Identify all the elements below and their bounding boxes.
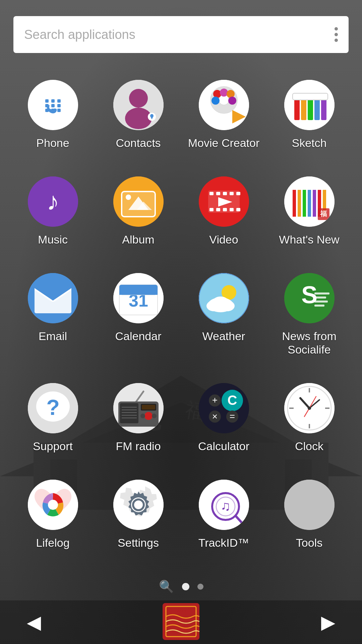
music-icon: ♪	[28, 176, 78, 227]
tools-label: Tools	[296, 536, 322, 550]
recent-apps-button[interactable]: ▶	[321, 611, 335, 633]
app-email[interactable]: Email	[10, 266, 96, 377]
app-calendar[interactable]: 31 Calendar	[96, 266, 181, 377]
app-contacts[interactable]: Contacts	[96, 73, 181, 170]
svg-text:♫: ♫	[221, 498, 231, 513]
svg-rect-91	[314, 297, 326, 299]
app-trackid[interactable]: ♫ TrackID™	[181, 473, 266, 570]
app-whatsnew[interactable]: 福 What's New	[266, 170, 352, 266]
support-label: Support	[33, 439, 73, 453]
svg-rect-16	[57, 109, 61, 112]
whatsnew-label: What's New	[279, 233, 339, 247]
dot3	[335, 39, 338, 42]
search-bar[interactable]: Search applications	[13, 16, 349, 53]
svg-rect-101	[120, 403, 138, 423]
trackid-icon: ♫	[199, 480, 249, 530]
svg-point-28	[227, 90, 235, 98]
svg-point-142	[284, 480, 335, 530]
phone-icon	[28, 80, 78, 130]
svg-rect-54	[209, 208, 214, 211]
back-button[interactable]: ◀	[27, 611, 41, 633]
sketch-label: Sketch	[292, 136, 327, 150]
svg-rect-56	[223, 208, 227, 211]
svg-point-133	[48, 500, 58, 510]
svg-text:C: C	[227, 393, 237, 408]
svg-point-27	[220, 89, 228, 97]
contacts-label: Contacts	[116, 136, 161, 150]
email-label: Email	[39, 329, 67, 343]
app-settings[interactable]: Settings	[96, 473, 181, 570]
dot2	[335, 33, 338, 36]
app-video[interactable]: Video	[181, 170, 266, 266]
app-support[interactable]: ? Support	[10, 376, 96, 473]
svg-text:?: ?	[46, 395, 60, 420]
svg-rect-58	[236, 208, 240, 211]
svg-point-19	[125, 108, 152, 129]
svg-text:♪: ♪	[47, 187, 59, 215]
clock-icon	[284, 383, 335, 433]
clock-label: Clock	[295, 439, 323, 453]
fmradio-icon	[113, 383, 164, 433]
svg-rect-55	[216, 208, 220, 211]
support-icon: ?	[28, 383, 78, 433]
settings-icon	[113, 480, 164, 530]
phone-label: Phone	[36, 136, 69, 150]
video-label: Video	[209, 233, 238, 247]
app-clock[interactable]: Clock	[266, 376, 352, 473]
svg-point-112	[199, 383, 249, 433]
dot1	[335, 27, 338, 31]
app-weather[interactable]: Weather	[181, 266, 266, 377]
svg-text:S: S	[301, 281, 317, 308]
svg-rect-61	[293, 190, 296, 217]
app-socialife[interactable]: S News from Socialife	[266, 266, 352, 377]
app-music[interactable]: ♪ Music	[10, 170, 96, 266]
app-fmradio[interactable]: FM radio	[96, 376, 181, 473]
svg-point-110	[140, 414, 145, 418]
app-calculator[interactable]: C + × = Calculator	[181, 376, 266, 473]
app-tools[interactable]: Tools	[266, 473, 352, 570]
svg-text:×: ×	[212, 411, 217, 422]
home-button[interactable]	[161, 601, 201, 643]
svg-point-29	[228, 97, 236, 105]
overflow-menu-button[interactable]	[335, 27, 338, 42]
page-dot-active	[182, 583, 189, 590]
calendar-icon: 31	[113, 273, 164, 323]
app-phone[interactable]: Phone	[10, 73, 96, 170]
svg-rect-62	[298, 190, 301, 217]
socialife-label: News from Socialife	[270, 329, 349, 357]
svg-rect-52	[230, 192, 234, 195]
svg-rect-64	[308, 190, 311, 217]
svg-rect-12	[51, 104, 55, 107]
search-page-dot: 🔍	[159, 580, 174, 594]
svg-rect-53	[236, 192, 240, 195]
calendar-label: Calendar	[115, 329, 162, 343]
weather-icon	[199, 273, 249, 323]
movie-creator-label: Movie Creator	[188, 136, 260, 150]
svg-point-131	[308, 407, 311, 410]
socialife-icon: S	[284, 273, 335, 323]
app-lifelog[interactable]: Lifelog	[10, 473, 96, 570]
app-sketch[interactable]: Sketch	[266, 73, 352, 170]
sketch-icon	[284, 80, 335, 130]
tools-icon	[284, 480, 335, 530]
svg-point-109	[144, 412, 153, 420]
album-icon	[113, 176, 164, 227]
svg-rect-65	[313, 190, 316, 217]
app-album[interactable]: Album	[96, 170, 181, 266]
svg-point-26	[213, 90, 221, 98]
trackid-label: TrackID™	[198, 536, 249, 550]
page-dot-2	[197, 584, 203, 590]
app-grid: Phone Contacts	[0, 53, 362, 570]
svg-text:31: 31	[129, 291, 148, 310]
page-indicators: 🔍	[0, 570, 362, 600]
svg-rect-49	[209, 192, 214, 195]
app-movie-creator[interactable]: Movie Creator	[181, 73, 266, 170]
svg-rect-93	[314, 305, 324, 307]
svg-rect-8	[45, 99, 49, 103]
music-label: Music	[38, 233, 68, 247]
whatsnew-icon: 福	[284, 176, 335, 227]
svg-text:=: =	[229, 411, 235, 422]
email-icon	[28, 273, 78, 323]
weather-label: Weather	[202, 329, 245, 343]
calculator-icon: C + × =	[199, 383, 249, 433]
